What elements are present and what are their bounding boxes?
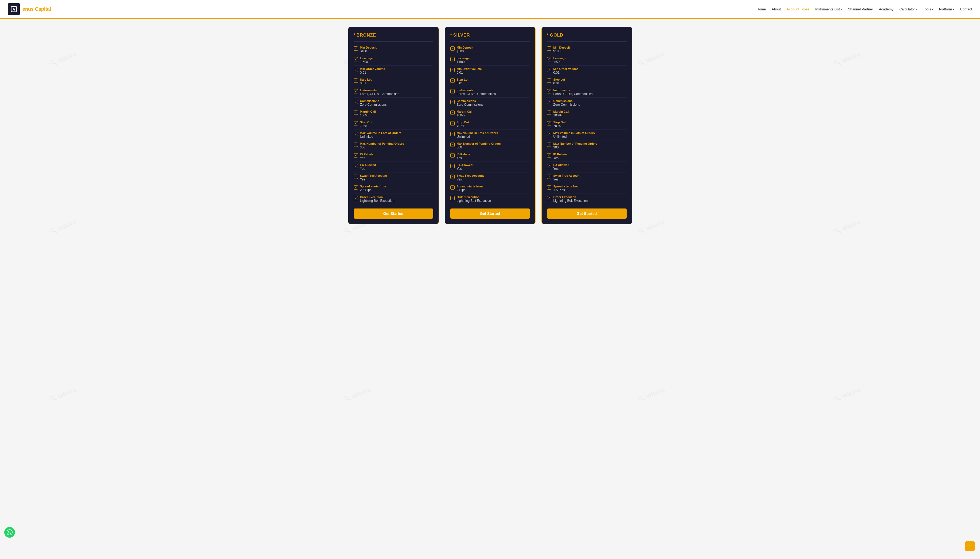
watermark: 🔍 WikiFX	[833, 219, 862, 235]
nav-link-contact[interactable]: Contact	[960, 7, 972, 11]
check-icon	[354, 132, 358, 136]
check-icon	[354, 78, 358, 83]
check-icon	[547, 111, 551, 115]
feature-content: Step Lot0.01	[360, 78, 372, 85]
get-started-button-gold[interactable]: Get Started	[547, 208, 627, 218]
check-icon	[450, 142, 455, 147]
feature-row: Order ExecutionLightning Bolt Execution	[450, 194, 530, 204]
feature-row: Max Volume in Lots of OrdersUnlimited	[354, 130, 433, 141]
feature-label: IB Rebate	[360, 153, 374, 156]
feature-label: Spread starts from	[553, 185, 579, 188]
feature-row: Min Deposit$1000	[547, 44, 627, 55]
feature-value: 1:500	[360, 60, 373, 64]
feature-value: $500	[457, 50, 473, 53]
check-icon	[354, 175, 358, 179]
feature-content: Order ExecutionLightning Bolt Execution	[553, 195, 588, 203]
feature-row: IB RebateYes	[450, 151, 530, 162]
feature-content: Min Deposit$1000	[553, 46, 570, 53]
brand-name: enus Capital	[22, 7, 51, 12]
feature-label: Min Order Volume	[360, 67, 385, 71]
feature-value: 100%	[457, 114, 472, 117]
whatsapp-button[interactable]	[4, 527, 15, 538]
feature-label: Leverage	[360, 56, 373, 60]
scroll-top-button[interactable]: ↑	[965, 541, 975, 551]
check-icon	[354, 100, 358, 104]
feature-content: Swap Free AccountYes	[553, 174, 581, 181]
get-started-button-silver[interactable]: Get Started	[450, 208, 530, 218]
feature-label: IB Rebate	[457, 153, 470, 156]
feature-row: InstrumentsForex, CFD's, Commodities	[354, 87, 433, 98]
get-started-button-bronze[interactable]: Get Started	[354, 208, 433, 218]
feature-content: Order ExecutionLightning Bolt Execution	[360, 195, 394, 203]
feature-value: $100	[360, 50, 377, 53]
feature-row: Order ExecutionLightning Bolt Execution	[354, 194, 433, 204]
feature-value: 2.5 Pips	[360, 188, 386, 192]
feature-label: Min Order Volume	[553, 67, 579, 71]
feature-row: Min Deposit$100	[354, 44, 433, 55]
feature-value: 1.5 Pips	[553, 188, 579, 192]
feature-value: 0.01	[360, 81, 372, 85]
feature-label: Margin Call	[553, 110, 569, 113]
account-card-silver: *SILVERMin Deposit$500Leverage1:500Min O…	[445, 27, 536, 224]
feature-value: Yes	[457, 177, 484, 181]
feature-label: Swap Free Account	[360, 174, 387, 177]
feature-label: Leverage	[553, 56, 566, 60]
check-icon	[354, 196, 358, 200]
check-icon	[547, 57, 551, 61]
feature-label: Max Number of Pending Orders	[457, 142, 501, 145]
feature-row: EA AllowedYes	[354, 162, 433, 172]
feature-row: Order ExecutionLightning Bolt Execution	[547, 194, 627, 204]
check-icon	[450, 46, 455, 51]
feature-value: Unlimited	[457, 135, 498, 139]
brand: A enus Capital	[8, 3, 51, 15]
feature-value: Yes	[553, 156, 567, 160]
feature-label: Swap Free Account	[457, 174, 484, 177]
feature-row: Max Volume in Lots of OrdersUnlimited	[547, 130, 627, 141]
account-card-bronze: *BRONZEMin Deposit$100Leverage1:500Min O…	[348, 27, 439, 224]
feature-label: Min Order Volume	[457, 67, 482, 71]
nav-link-academy[interactable]: Academy	[879, 7, 894, 11]
feature-content: IB RebateYes	[457, 153, 470, 160]
feature-content: InstrumentsForex, CFD's, Commodities	[457, 89, 496, 96]
feature-content: Stop Out70 %	[360, 121, 372, 128]
nav-link-tools[interactable]: Tools	[923, 7, 933, 11]
feature-content: Max Volume in Lots of OrdersUnlimited	[457, 131, 498, 139]
nav-link-about[interactable]: About	[771, 7, 781, 11]
feature-row: Stop Out70 %	[547, 119, 627, 130]
nav-link-instruments-list[interactable]: Instruments List	[815, 7, 842, 11]
watermark: 🔍 WikiFX	[49, 219, 78, 235]
feature-value: Zero Commissions	[553, 103, 580, 106]
check-icon	[354, 142, 358, 147]
check-icon	[354, 121, 358, 126]
nav-link-account-types[interactable]: Account Types	[786, 7, 809, 11]
feature-content: Order ExecutionLightning Bolt Execution	[457, 195, 491, 203]
nav-link-channel-partner[interactable]: Channel Partner	[848, 7, 873, 11]
feature-content: Step Lot0.01	[457, 78, 468, 85]
feature-value: Yes	[360, 177, 387, 181]
check-icon	[450, 68, 455, 72]
feature-content: Spread starts from2 Pips	[457, 185, 483, 192]
feature-label: EA Allowed	[360, 164, 376, 167]
feature-row: EA AllowedYes	[450, 162, 530, 172]
feature-value: Yes	[553, 167, 569, 170]
feature-value: 70 %	[457, 124, 469, 128]
check-icon	[450, 111, 455, 115]
feature-value: 1:500	[457, 60, 470, 64]
watermark: 🔍 WikiFX	[49, 387, 78, 403]
check-icon	[354, 89, 358, 93]
feature-label: Step Lot	[360, 78, 372, 81]
feature-label: Stop Out	[553, 121, 566, 124]
nav-link-calculator[interactable]: Calculator	[899, 7, 917, 11]
check-icon	[450, 100, 455, 104]
feature-row: Margin Call100%	[547, 108, 627, 119]
feature-content: Leverage1:500	[360, 56, 373, 64]
nav-link-platform[interactable]: Platform	[939, 7, 954, 11]
check-icon	[547, 153, 551, 157]
feature-label: Leverage	[457, 56, 470, 60]
feature-label: Order Execution	[457, 195, 491, 198]
feature-row: Leverage1:500	[547, 55, 627, 66]
feature-row: CommissionsZero Commissions	[450, 98, 530, 108]
nav-link-home[interactable]: Home	[757, 7, 766, 11]
feature-content: EA AllowedYes	[457, 164, 473, 170]
watermark: 🔍 WikiFX	[49, 51, 78, 68]
